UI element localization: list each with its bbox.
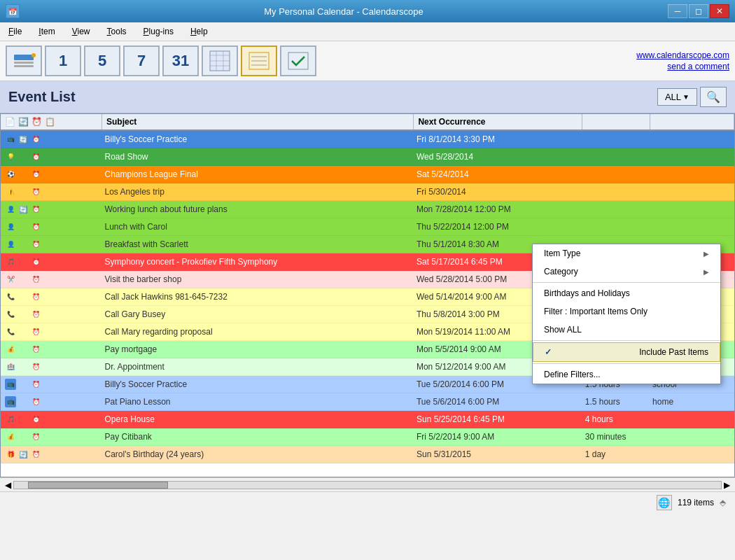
toolbar-month-btn[interactable] — [202, 46, 238, 76]
table-row[interactable]: 📺 ⏰ Pat Piano Lesson Tue 5/6/2014 6:00 P… — [1, 393, 734, 411]
col-subject-header[interactable]: Subject — [102, 114, 413, 130]
menu-help[interactable]: Help — [188, 25, 211, 38]
event-type-icon: 💰 — [5, 344, 16, 355]
col-dur-header[interactable] — [582, 114, 650, 130]
event-category — [650, 130, 734, 148]
menu-view[interactable]: View — [69, 25, 93, 38]
title-bar: 📅 My Personal Calendar - Calendarscope ─… — [0, 0, 735, 22]
restore-button[interactable]: ◻ — [689, 4, 708, 18]
horizontal-scrollbar[interactable] — [13, 481, 722, 489]
event-duration — [582, 130, 650, 148]
col-next-header[interactable]: Next Occurrence — [414, 114, 582, 130]
event-type-icon: 👤 — [5, 239, 16, 250]
event-category — [650, 218, 734, 236]
website-link[interactable]: www.calendarscope.com — [636, 50, 729, 60]
toolbar-sidebar-btn[interactable] — [6, 46, 42, 76]
table-row[interactable]: 👤 ⏰ Lunch with Carol Thu 5/22/2014 12:00… — [1, 218, 734, 236]
event-type-icon: 💡 — [5, 151, 16, 162]
dropdown-item-type[interactable]: Item Type ▶ — [533, 244, 720, 262]
alarm-icon: ⏰ — [30, 134, 41, 145]
recur-icon: 🔄 — [18, 204, 29, 215]
scroll-right-btn[interactable]: ▶ — [722, 480, 732, 490]
status-bar: 🌐 119 items ⬘ — [0, 491, 735, 512]
check-mark: ✓ — [545, 347, 552, 357]
alarm-icon: ⏰ — [30, 204, 41, 215]
event-subject: Call Mary regarding proposal — [102, 323, 413, 341]
toolbar-day7-btn[interactable]: 7 — [123, 46, 160, 76]
toolbar-day31-btn[interactable]: 31 — [162, 46, 199, 76]
comment-link[interactable]: send a comment — [667, 62, 729, 71]
title-controls: ─ ◻ ✕ — [668, 4, 729, 18]
alarm-icon: ⏰ — [30, 169, 41, 180]
event-duration — [582, 166, 650, 183]
event-next: Fri 8/1/2014 3:30 PM — [414, 130, 582, 148]
event-subject: Working lunch about future plans — [102, 201, 413, 218]
alarm-icon: ⏰ — [30, 449, 41, 460]
table-row[interactable]: 👤 🔄 ⏰ Working lunch about future plans M… — [1, 201, 734, 218]
event-subject: Dr. Appointment — [102, 358, 413, 376]
event-subject: Carol's Birthday (24 years) — [102, 446, 413, 463]
event-category — [650, 446, 734, 463]
status-globe-icon: 🌐 — [657, 495, 672, 510]
dropdown-category[interactable]: Category ▶ — [533, 262, 720, 281]
table-row[interactable]: 💰 ⏰ Pay Citibank Fri 5/2/2014 9:00 AM 30… — [1, 428, 734, 446]
menu-tools[interactable]: Tools — [104, 25, 130, 38]
dropdown-important[interactable]: Filter : Important Items Only — [533, 302, 720, 321]
dropdown-birthdays[interactable]: Birthdays and Holidays — [533, 284, 720, 302]
event-subject: Champions League Final — [102, 166, 413, 183]
define-filters-label: Define Filters... — [544, 370, 601, 379]
table-row[interactable]: 📺 🔄 ⏰ Billy's Soccer Practice Fri 8/1/20… — [1, 130, 734, 148]
event-type-icon: 📺 — [5, 396, 16, 407]
menu-item[interactable]: Item — [36, 25, 57, 38]
toolbar-day1-btn[interactable]: 1 — [45, 46, 81, 76]
dropdown-include-past[interactable]: ✓ Include Past Items — [533, 342, 720, 362]
event-category — [650, 201, 734, 218]
event-subject: Road Show — [102, 148, 413, 166]
minimize-button[interactable]: ─ — [668, 4, 687, 18]
alarm-icon: ⏰ — [30, 361, 41, 372]
menu-plugins[interactable]: Plug-ins — [141, 25, 176, 38]
table-row[interactable]: 💡 ⏰ Road Show Wed 5/28/2014 — [1, 148, 734, 166]
all-label: ALL — [665, 92, 681, 102]
table-row[interactable]: 🎁 🔄 ⏰ Carol's Birthday (24 years) Sun 5/… — [1, 446, 734, 463]
event-duration: 30 minutes — [582, 428, 650, 446]
alarm-icon: ⏰ — [30, 344, 41, 355]
event-next: Thu 5/22/2014 12:00 PM — [414, 218, 582, 236]
recur-icon: 🔄 — [18, 449, 29, 460]
alarm-icon: ⏰ — [30, 396, 41, 407]
event-type-icon: 👤 — [5, 204, 16, 215]
dropdown-define-filters[interactable]: Define Filters... — [533, 365, 720, 384]
table-row[interactable]: 🎵 ⏰ Opera House Sun 5/25/2014 6:45 PM 4 … — [1, 411, 734, 428]
toolbar-task-btn[interactable] — [280, 46, 316, 76]
event-duration — [582, 148, 650, 166]
table-row[interactable]: ⚽ ⏰ Champions League Final Sat 5/24/2014 — [1, 166, 734, 183]
table-row[interactable]: ⚠️ ⏰ Los Angeles trip Fri 5/30/2014 — [1, 183, 734, 201]
event-list-header: Event List ALL ▼ 🔍 — [0, 81, 735, 113]
event-subject: Billy's Soccer Practice — [102, 376, 413, 393]
search-btn[interactable]: 🔍 — [700, 87, 727, 107]
event-subject: Pat Piano Lesson — [102, 393, 413, 411]
event-type-icon: ⚠️ — [5, 186, 16, 197]
event-type-icon: 👤 — [5, 221, 16, 232]
col-cat-header[interactable] — [650, 114, 734, 130]
toolbar: 1 5 7 31 — [0, 41, 735, 81]
event-list-title: Event List — [8, 89, 76, 105]
event-next: Sun 5/25/2014 6:45 PM — [414, 411, 582, 428]
close-button[interactable]: ✕ — [710, 4, 729, 18]
event-category — [650, 148, 734, 166]
resize-handle[interactable]: ⬘ — [720, 498, 729, 507]
event-type-icon: 🎵 — [5, 414, 16, 425]
event-category — [650, 183, 734, 201]
event-duration — [582, 183, 650, 201]
toolbar-list-btn[interactable] — [241, 46, 277, 76]
event-category — [650, 428, 734, 446]
dropdown-show-all[interactable]: Show ALL — [533, 321, 720, 339]
scroll-left-btn[interactable]: ◀ — [3, 480, 13, 490]
toolbar-day5-btn[interactable]: 5 — [84, 46, 120, 76]
menu-file[interactable]: File — [6, 25, 24, 38]
event-duration — [582, 201, 650, 218]
all-filter-btn[interactable]: ALL ▼ — [657, 88, 697, 106]
event-subject: Lunch with Carol — [102, 218, 413, 236]
dropdown-sep2 — [533, 340, 720, 341]
event-type-icon: 🎵 — [5, 256, 16, 267]
